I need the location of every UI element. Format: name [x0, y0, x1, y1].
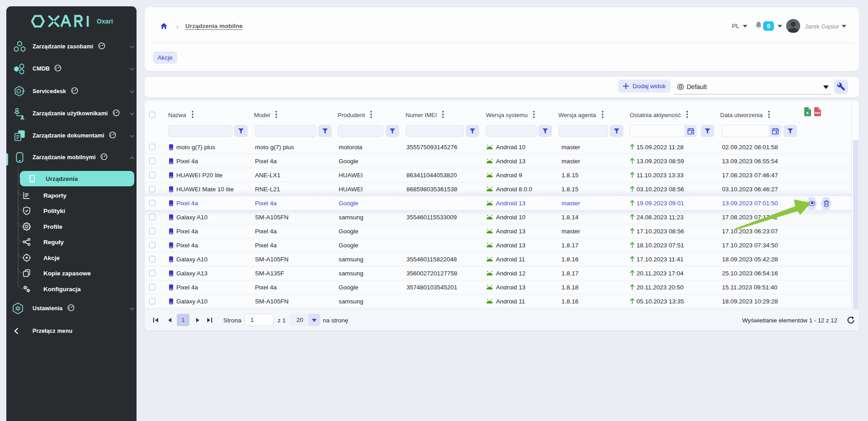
svg-text:X: X — [806, 110, 809, 115]
svg-text:PDF: PDF — [815, 111, 821, 114]
